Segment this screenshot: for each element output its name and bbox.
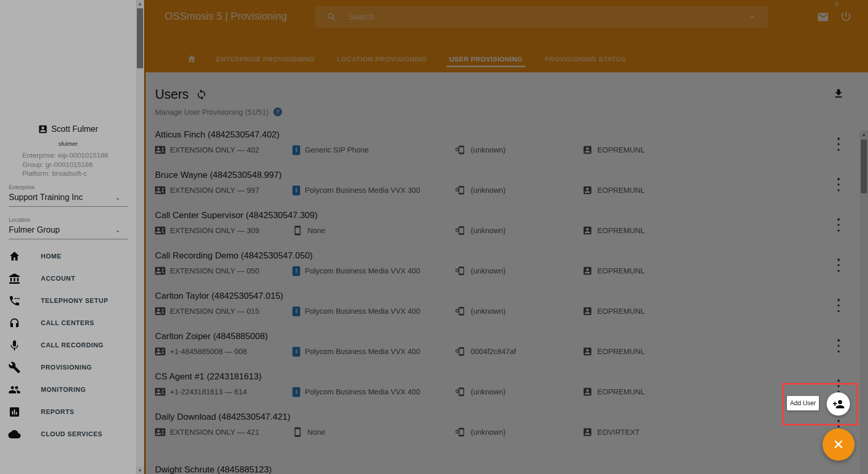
tour-backdrop-main bbox=[144, 0, 868, 474]
close-fab-button[interactable]: ✕ bbox=[823, 429, 855, 461]
tour-backdrop-sidebar bbox=[0, 0, 144, 474]
person-add-icon bbox=[832, 398, 845, 410]
add-user-button[interactable] bbox=[827, 392, 850, 416]
add-user-tooltip: Add User bbox=[787, 396, 819, 410]
app-window: Scott Fulmer sfulmer Enterprise: eip-000… bbox=[0, 0, 868, 474]
